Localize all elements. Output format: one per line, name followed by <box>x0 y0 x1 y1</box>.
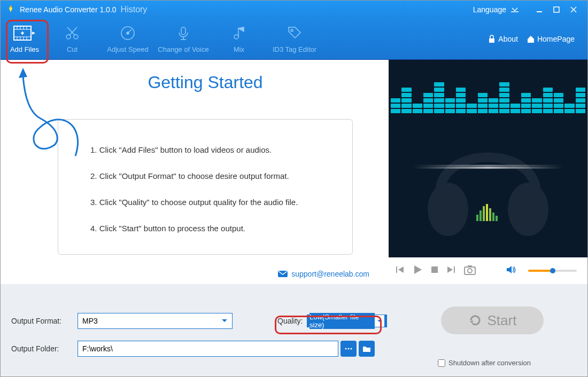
chevron-down-icon <box>221 319 228 323</box>
svg-point-29 <box>234 35 238 39</box>
chevron-down-icon <box>375 315 384 327</box>
about-label: About <box>498 35 518 43</box>
quality-select[interactable]: Low(Smaller file size) <box>307 315 387 327</box>
output-format-label: Output Format: <box>11 317 78 325</box>
step-2: 2. Click "Output Format" to choose desir… <box>90 171 320 180</box>
language-dropdown[interactable]: Language <box>473 5 520 14</box>
snapshot-button[interactable] <box>463 264 476 277</box>
refresh-icon <box>468 313 482 327</box>
svg-point-50 <box>348 348 350 350</box>
svg-rect-45 <box>454 266 455 273</box>
svg-rect-26 <box>181 27 185 35</box>
minimize-button[interactable] <box>531 1 548 18</box>
adjust-speed-button[interactable]: Adjust Speed <box>100 20 156 58</box>
start-label: Start <box>488 312 517 329</box>
svg-point-47 <box>468 269 472 273</box>
start-button[interactable]: Start <box>441 307 544 334</box>
id3-label: ID3 Tag Editor <box>273 45 316 53</box>
svg-point-31 <box>291 29 293 32</box>
step-1: 1. Click "Add Files" button to load vide… <box>90 145 320 154</box>
homepage-button[interactable]: HomePage <box>527 35 575 43</box>
stop-button[interactable] <box>430 265 439 276</box>
maximize-button[interactable] <box>548 1 565 18</box>
svg-rect-44 <box>431 266 438 273</box>
svg-rect-43 <box>396 266 397 273</box>
lock-icon <box>488 35 496 43</box>
svg-point-35 <box>508 183 548 236</box>
browse-button[interactable] <box>341 341 357 357</box>
svg-point-0 <box>10 5 12 7</box>
id3-tag-button[interactable]: ID3 Tag Editor <box>267 20 322 58</box>
svg-rect-39 <box>486 204 488 221</box>
svg-rect-41 <box>492 213 494 221</box>
mix-label: Mix <box>234 45 244 53</box>
home-icon <box>527 35 535 43</box>
app-title: Renee Audio Converter 1.0.0 <box>20 5 117 14</box>
homepage-label: HomePage <box>537 35 575 43</box>
play-button[interactable] <box>412 264 423 277</box>
mail-icon <box>277 270 288 278</box>
volume-slider[interactable] <box>528 270 577 272</box>
mix-button[interactable]: Mix <box>211 20 267 58</box>
support-email: support@reneelab.com <box>291 270 369 278</box>
tag-icon <box>287 24 303 42</box>
getting-started-title: Getting Started <box>33 73 378 92</box>
svg-rect-36 <box>476 215 478 221</box>
add-files-label: Add Files <box>10 45 39 53</box>
support-link[interactable]: support@reneelab.com <box>33 270 369 278</box>
open-folder-button[interactable] <box>359 341 375 357</box>
change-voice-label: Change of Voice <box>158 45 208 53</box>
change-voice-button[interactable]: Change of Voice <box>156 20 211 58</box>
svg-point-51 <box>351 348 352 350</box>
svg-point-34 <box>428 183 468 236</box>
output-folder-value: F:\works\ <box>82 344 113 353</box>
microphone-icon <box>175 24 191 42</box>
svg-point-49 <box>345 348 347 350</box>
svg-rect-38 <box>483 206 485 221</box>
shutdown-checkbox[interactable]: Shutdown after conversion <box>438 359 531 367</box>
shutdown-checkbox-input[interactable] <box>438 359 445 367</box>
output-format-select[interactable]: MP3 <box>78 313 233 329</box>
svg-rect-37 <box>479 210 482 221</box>
shutdown-label: Shutdown after conversion <box>448 359 531 367</box>
cut-label: Cut <box>67 45 78 53</box>
step-4: 4. Click "Start" button to process the o… <box>90 224 320 233</box>
output-format-value: MP3 <box>82 317 98 325</box>
app-logo-icon <box>6 4 20 15</box>
language-label: Language <box>473 5 506 14</box>
headphones-icon <box>419 119 558 247</box>
scissors-icon <box>64 24 80 42</box>
step-3: 3. Click "Quality" to choose output qual… <box>90 198 320 207</box>
svg-rect-48 <box>468 265 472 268</box>
add-files-button[interactable]: Add Files <box>5 20 44 58</box>
quality-value: Low(Smaller file size) <box>310 313 375 329</box>
svg-point-25 <box>127 32 129 34</box>
svg-rect-32 <box>489 38 494 43</box>
output-folder-label: Output Folder: <box>11 344 78 353</box>
getting-started-box: 1. Click "Add Files" button to load vide… <box>58 119 353 255</box>
svg-rect-3 <box>554 7 559 12</box>
close-button[interactable] <box>565 1 582 18</box>
preview-artwork <box>389 60 587 257</box>
film-plus-icon <box>13 24 36 42</box>
next-button[interactable] <box>446 265 456 277</box>
output-folder-input[interactable]: F:\works\ <box>78 341 338 357</box>
prev-button[interactable] <box>395 265 405 277</box>
quality-label: Quality: <box>277 317 307 325</box>
history-link[interactable]: History <box>121 5 148 14</box>
adjust-speed-label: Adjust Speed <box>107 45 148 53</box>
about-button[interactable]: About <box>488 35 518 43</box>
volume-icon[interactable] <box>506 265 516 277</box>
speedometer-icon <box>120 24 136 42</box>
folder-icon <box>362 345 371 352</box>
svg-rect-40 <box>489 208 491 221</box>
cut-button[interactable]: Cut <box>44 20 100 58</box>
svg-rect-42 <box>496 216 498 221</box>
mix-icon <box>231 24 247 42</box>
